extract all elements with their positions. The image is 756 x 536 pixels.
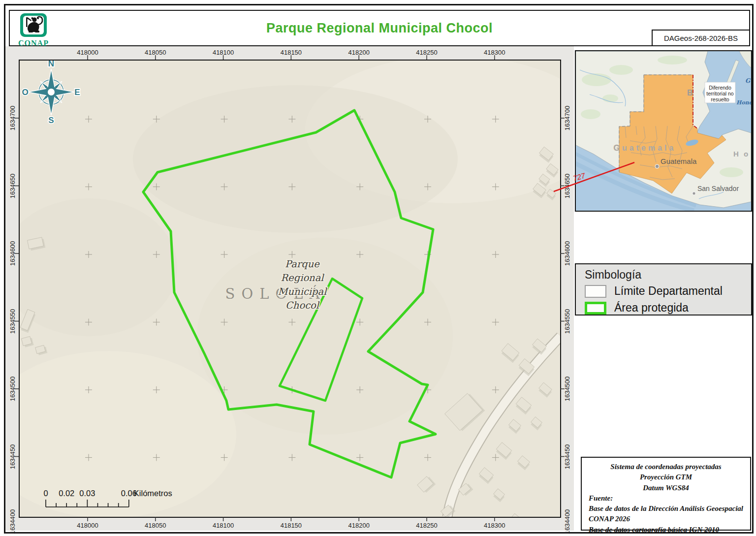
inset-overview-map: Guatemala Guatemala San Salvador B H o G… xyxy=(575,50,752,212)
conap-wordmark: CONAP xyxy=(16,39,51,48)
axis-tick-label: 1634400 xyxy=(564,509,571,535)
axis-tick-label: 418250 xyxy=(416,522,437,529)
axis-tick-label: 418300 xyxy=(484,522,505,529)
svg-text:Hond: Hond xyxy=(736,99,751,106)
map-canvas: SOLOLÁ ParqueRegionalMunicipalChocol xyxy=(20,61,560,517)
svg-text:Diferendo: Diferendo xyxy=(709,85,731,91)
axis-tick-label: 418300 xyxy=(484,49,505,56)
axis-tick-label: 418000 xyxy=(77,522,98,529)
map-document-page: CONAP Parque Regional Municipal Chocol D… xyxy=(0,0,756,536)
projection-line: Proyección GTM xyxy=(589,472,743,482)
inset-belize-label: B xyxy=(687,89,693,97)
header: CONAP Parque Regional Municipal Chocol D… xyxy=(9,10,750,46)
axis-tick-label: 418100 xyxy=(213,49,234,56)
axis-tick-label: 1634650 xyxy=(564,173,571,198)
legend: Simbología Límite DepartamentalÁrea prot… xyxy=(575,263,752,315)
source-line-1: Base de datos de la Dirección Análisis G… xyxy=(589,504,743,525)
compass-west-label: O xyxy=(22,88,28,97)
page-title: Parque Regional Municipal Chocol xyxy=(266,21,493,36)
datum-line: Datum WGS84 xyxy=(589,483,743,493)
inset-honduras-label: H o xyxy=(733,150,750,158)
axis-tick-label: 1634500 xyxy=(564,377,571,402)
axis-tick-label: 1634400 xyxy=(9,509,16,535)
inset-city-dot xyxy=(693,192,695,195)
compass-north-label: N xyxy=(48,61,54,68)
axis-tick-label: 418100 xyxy=(213,522,234,529)
axis-tick-label: 1634550 xyxy=(9,309,16,334)
axis-tick-label: 1634600 xyxy=(9,241,16,266)
legend-swatch-dept xyxy=(585,285,606,298)
document-code-box: DAGeos-268-2026-BS xyxy=(652,30,750,46)
axis-tick-label: 1634650 xyxy=(9,173,16,198)
svg-text:resuelto: resuelto xyxy=(711,96,729,102)
svg-text:0.02: 0.02 xyxy=(59,489,74,498)
legend-item-label: Área protegida xyxy=(614,301,689,315)
main-map: SOLOLÁ ParqueRegionalMunicipalChocol xyxy=(19,60,561,518)
document-code: DAGeos-268-2026-BS xyxy=(664,34,738,42)
axis-tick-label: 1634700 xyxy=(564,106,571,131)
compass-south-label: S xyxy=(48,116,54,125)
svg-text:0: 0 xyxy=(43,489,48,498)
source-label: Fuente: xyxy=(589,493,743,504)
legend-swatch-prot xyxy=(585,302,606,315)
axis-tick-label: 418200 xyxy=(348,522,369,529)
legend-title: Simbología xyxy=(585,268,742,282)
legend-items: Límite DepartamentalÁrea protegida xyxy=(585,284,742,315)
inset-city-label: San Salvador xyxy=(697,185,739,192)
compass-rose-icon: N E S O xyxy=(22,61,80,125)
axis-tick-label: 418250 xyxy=(416,49,437,56)
axis-tick-label: 418000 xyxy=(77,49,98,56)
axis-tick-label: 418150 xyxy=(281,522,302,529)
axis-tick-label: 418050 xyxy=(145,49,166,56)
inset-country-label: Guatemala xyxy=(614,144,676,152)
legend-item-label: Límite Departamental xyxy=(614,284,723,298)
axis-tick-label: 1634450 xyxy=(564,444,571,469)
svg-text:Municipal: Municipal xyxy=(278,286,328,297)
svg-text:G: G xyxy=(745,77,751,84)
axis-tick-label: 418050 xyxy=(145,522,166,529)
svg-text:Chocol: Chocol xyxy=(285,300,320,311)
credits-box: Sistema de coordenadas proyectadas Proye… xyxy=(581,457,751,531)
inset-canvas: Guatemala Guatemala San Salvador B H o G… xyxy=(576,51,751,211)
conap-monkey-icon xyxy=(20,13,47,37)
axis-tick-label: 1634700 xyxy=(9,106,16,131)
axis-tick-label: 418150 xyxy=(281,49,302,56)
inset-capital-label: Guatemala xyxy=(661,157,697,165)
legend-item: Área protegida xyxy=(585,301,742,315)
svg-text:Kilómetros: Kilómetros xyxy=(134,489,172,498)
axis-tick-label: 1634600 xyxy=(564,241,571,266)
axis-tick-label: 418200 xyxy=(348,49,369,56)
svg-text:0.03: 0.03 xyxy=(79,489,95,498)
svg-text:Regional: Regional xyxy=(281,272,324,284)
conap-logo: CONAP xyxy=(16,13,51,48)
axis-tick-label: 1634500 xyxy=(9,377,16,402)
compass-east-label: E xyxy=(74,88,80,97)
inset-capital-dot xyxy=(655,164,659,168)
source-line-2: Base de datos cartografía básica IGN 201… xyxy=(589,525,743,535)
crs-line: Sistema de coordenadas proyectadas xyxy=(589,462,743,472)
svg-text:Parque: Parque xyxy=(285,258,320,270)
axis-tick-label: 1634550 xyxy=(564,309,571,334)
svg-text:territorial no: territorial no xyxy=(706,91,734,96)
axis-tick-label: 1634450 xyxy=(9,444,16,469)
legend-item: Límite Departamental xyxy=(585,284,742,298)
